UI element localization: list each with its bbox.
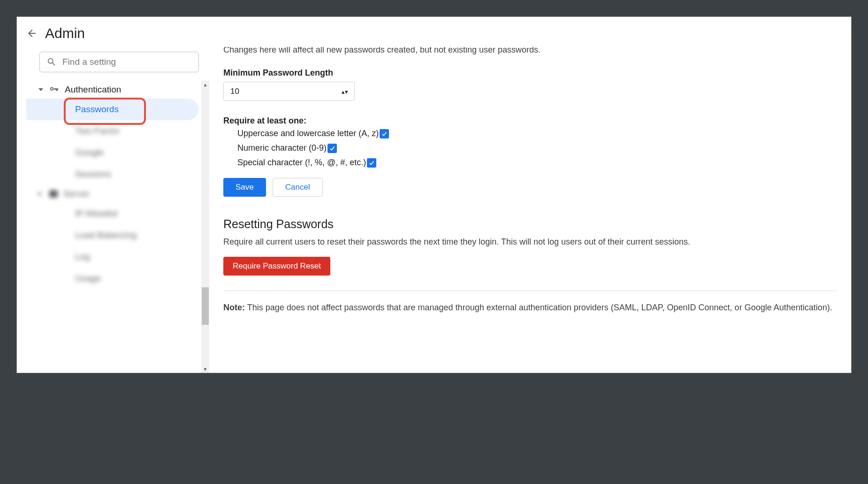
require-password-reset-button[interactable]: Require Password Reset (223, 257, 330, 276)
nav-category-authentication[interactable]: Authentication (26, 81, 201, 99)
sidebar-item[interactable]: Usage (26, 268, 198, 289)
divider (223, 291, 837, 291)
nav-tree: Authentication Passwords Two-Factor Goog… (26, 81, 201, 373)
sidebar-item-label: Log (75, 252, 90, 261)
section-description: Changes here will affect all new passwor… (223, 47, 837, 55)
sidebar-item-passwords[interactable]: Passwords (26, 99, 198, 120)
server-icon (49, 190, 58, 198)
sidebar: Authentication Passwords Two-Factor Goog… (17, 47, 209, 373)
sidebar-item-label: Passwords (75, 104, 119, 114)
main-content: Password Requirements Changes here will … (209, 47, 851, 373)
search-box[interactable] (39, 52, 199, 72)
sidebar-item[interactable]: IP Allowlist (26, 203, 198, 224)
requirement-row: Uppercase and lowercase letter (A, z) (223, 129, 837, 138)
requirement-row: Numeric character (0-9) (223, 143, 837, 153)
min-length-select-wrap: 10 ▴▾ (223, 82, 355, 101)
page-title: Admin (45, 25, 85, 41)
caret-icon (38, 192, 44, 196)
reset-description: Require all current users to reset their… (223, 236, 837, 248)
requirement-label: Special character (!, %, @, #, etc.) (237, 158, 366, 168)
cancel-button[interactable]: Cancel (273, 178, 323, 197)
sidebar-item-label: Sessions (75, 169, 111, 179)
sidebar-item[interactable]: Google (26, 142, 198, 163)
sidebar-item[interactable]: Sessions (26, 163, 198, 185)
sidebar-item-label: IP Allowlist (75, 208, 117, 218)
requirement-checkbox-uppercase[interactable] (380, 129, 389, 138)
scrollbar[interactable]: ▲ ▼ (201, 81, 209, 373)
require-heading: Require at least one: (223, 116, 837, 126)
sidebar-item[interactable]: Load Balancing (26, 224, 198, 246)
min-length-label: Minimum Password Length (223, 68, 837, 78)
requirement-row: Special character (!, %, @, #, etc.) (223, 158, 837, 168)
nav-category-server[interactable]: Server (26, 185, 201, 203)
requirement-checkbox-numeric[interactable] (327, 144, 337, 153)
reset-title: Resetting Passwords (223, 217, 837, 231)
back-arrow-icon[interactable] (26, 28, 38, 39)
requirement-checkbox-special[interactable] (367, 158, 376, 168)
nav-category-label: Server (63, 189, 90, 199)
requirement-label: Numeric character (0-9) (237, 143, 327, 153)
search-input[interactable] (62, 57, 192, 67)
caret-down-icon (38, 88, 43, 91)
sidebar-item-label: Two-Factor (75, 126, 120, 136)
note: Note: This page does not affect password… (223, 301, 837, 314)
scroll-thumb[interactable] (202, 287, 209, 325)
min-length-select[interactable]: 10 (223, 82, 355, 101)
admin-window: Admin Authentication (16, 16, 852, 373)
key-icon (49, 85, 59, 95)
button-row: Save Cancel (223, 178, 837, 197)
header: Admin (17, 17, 851, 47)
requirement-label: Uppercase and lowercase letter (A, z) (237, 129, 379, 138)
nav-category-label: Authentication (65, 85, 121, 95)
sidebar-item[interactable]: Two-Factor (26, 120, 198, 142)
save-button[interactable]: Save (223, 178, 266, 197)
note-prefix: Note: (223, 303, 245, 312)
sidebar-item[interactable]: Log (26, 246, 198, 268)
sidebar-item-label: Load Balancing (75, 230, 137, 240)
sidebar-item-label: Usage (75, 273, 101, 283)
body: Authentication Passwords Two-Factor Goog… (17, 47, 851, 373)
scroll-up-icon[interactable]: ▲ (201, 81, 209, 88)
sidebar-item-label: Google (75, 147, 104, 157)
scroll-down-icon[interactable]: ▼ (201, 365, 209, 373)
search-icon (46, 57, 57, 67)
note-text: This page does not affect passwords that… (245, 303, 832, 312)
